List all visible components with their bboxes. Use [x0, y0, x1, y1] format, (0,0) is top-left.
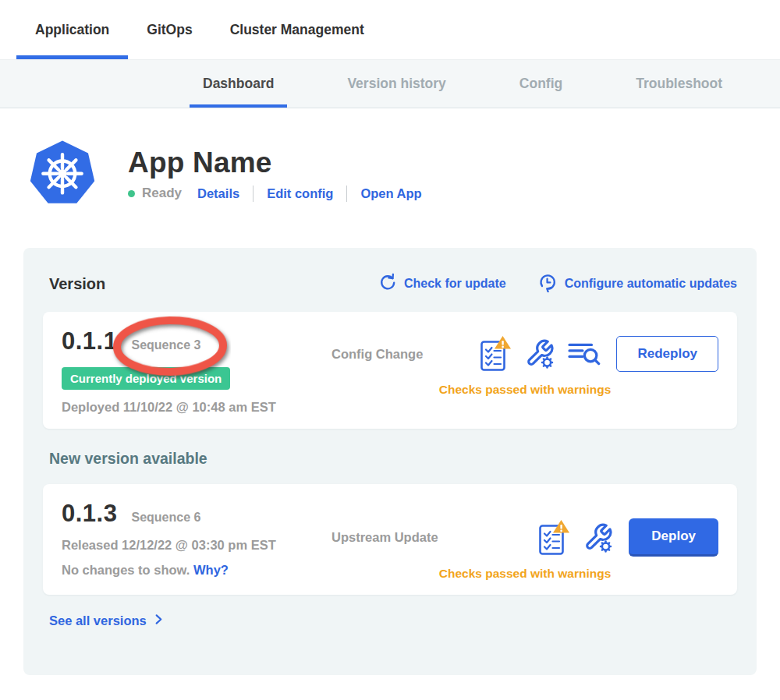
- tab-application[interactable]: Application: [16, 0, 128, 59]
- tab-troubleshoot[interactable]: Troubleshoot: [622, 60, 736, 108]
- see-all-versions-link[interactable]: See all versions: [49, 613, 165, 629]
- preflight-checks-warning-icon[interactable]: [538, 519, 570, 557]
- current-version-row: 0.1.1 Sequence 3: [62, 327, 332, 355]
- current-version-info: 0.1.1 Sequence 3 Currently deployed vers…: [62, 327, 332, 415]
- available-version-number: 0.1.3: [62, 500, 117, 528]
- no-changes-text: No changes to show.: [62, 563, 190, 577]
- status-badge: Ready: [142, 186, 182, 201]
- available-source-label: Upstream Update: [332, 530, 438, 545]
- tab-dashboard[interactable]: Dashboard: [190, 60, 287, 108]
- version-actions: Check for update Configure automatic upd…: [378, 272, 737, 295]
- tab-cluster-management[interactable]: Cluster Management: [211, 0, 383, 59]
- tab-version-history-label: Version history: [347, 76, 445, 92]
- redeploy-button[interactable]: Redeploy: [616, 336, 718, 372]
- edit-config-wrench-icon[interactable]: [525, 338, 555, 369]
- tab-gitops-label: GitOps: [147, 22, 192, 38]
- available-version-actions: Upstream Update: [332, 500, 718, 581]
- new-version-heading: New version available: [49, 450, 737, 468]
- current-actions-row: Config Change: [332, 335, 718, 373]
- current-version-actions: Config Change: [332, 327, 718, 415]
- available-version-info: 0.1.3 Sequence 6 Released 12/12/22 @ 03:…: [62, 500, 332, 581]
- deploy-button[interactable]: Deploy: [629, 518, 718, 557]
- view-diff-icon[interactable]: [568, 341, 601, 366]
- app-header-text: App Name Ready Details Edit config Open …: [128, 147, 422, 202]
- tab-troubleshoot-label: Troubleshoot: [636, 76, 722, 92]
- current-source-label: Config Change: [332, 347, 423, 362]
- auto-update-clock-icon: [537, 272, 558, 295]
- available-version-card: 0.1.3 Sequence 6 Released 12/12/22 @ 03:…: [43, 484, 737, 595]
- app-header: App Name Ready Details Edit config Open …: [28, 136, 780, 211]
- tab-cluster-management-label: Cluster Management: [230, 22, 364, 38]
- version-panel: Version Check for update: [23, 248, 757, 675]
- available-sequence-label: Sequence 6: [131, 511, 200, 525]
- version-heading: Version: [49, 275, 105, 293]
- deployed-timestamp: Deployed 11/10/22 @ 10:48 am EST: [62, 400, 332, 415]
- why-link[interactable]: Why?: [193, 563, 229, 577]
- edit-config-link[interactable]: Edit config: [267, 186, 333, 201]
- divider: [346, 186, 347, 202]
- primary-nav: Application GitOps Cluster Management: [0, 0, 780, 59]
- version-panel-header: Version Check for update: [43, 248, 737, 295]
- secondary-nav: Dashboard Version history Config Trouble…: [0, 59, 780, 108]
- current-version-card: 0.1.1 Sequence 3 Currently deployed vers…: [43, 312, 737, 429]
- kubernetes-logo-icon: [28, 137, 97, 210]
- check-for-update-label: Check for update: [404, 277, 506, 291]
- tab-version-history[interactable]: Version history: [334, 60, 459, 108]
- preflight-checks-warning-icon[interactable]: [480, 335, 512, 373]
- available-icon-group: [538, 519, 613, 557]
- tab-config[interactable]: Config: [506, 60, 576, 108]
- no-changes-line: No changes to show. Why?: [62, 563, 332, 578]
- chevron-right-icon: [153, 613, 165, 629]
- refresh-icon: [378, 273, 397, 295]
- tab-config-label: Config: [519, 76, 562, 92]
- tab-application-label: Application: [35, 22, 109, 38]
- see-all-versions-label: See all versions: [49, 613, 147, 628]
- current-sequence-label: Sequence 3: [131, 338, 200, 352]
- open-app-link[interactable]: Open App: [360, 186, 421, 201]
- available-actions-row: Upstream Update: [332, 507, 718, 557]
- current-version-number: 0.1.1: [62, 327, 117, 355]
- current-checks-status: Checks passed with warnings: [332, 383, 718, 397]
- released-timestamp: Released 12/12/22 @ 03:30 pm EST: [62, 538, 332, 553]
- available-checks-status: Checks passed with warnings: [332, 567, 718, 581]
- configure-automatic-updates-button[interactable]: Configure automatic updates: [537, 272, 737, 295]
- tab-gitops[interactable]: GitOps: [128, 0, 211, 59]
- page-title: App Name: [128, 147, 422, 179]
- currently-deployed-badge: Currently deployed version: [62, 367, 230, 390]
- available-version-row: 0.1.3 Sequence 6: [62, 500, 332, 528]
- tab-dashboard-label: Dashboard: [203, 76, 274, 92]
- check-for-update-button[interactable]: Check for update: [378, 273, 506, 295]
- current-sequence-wrap: Sequence 3: [131, 338, 200, 352]
- app-status-row: Ready Details Edit config Open App: [128, 186, 422, 202]
- configure-automatic-updates-label: Configure automatic updates: [565, 277, 737, 291]
- status-dot-icon: [128, 190, 135, 197]
- current-icon-group: [480, 335, 601, 373]
- details-link[interactable]: Details: [197, 186, 239, 201]
- divider: [253, 186, 254, 202]
- edit-config-wrench-icon[interactable]: [583, 522, 613, 553]
